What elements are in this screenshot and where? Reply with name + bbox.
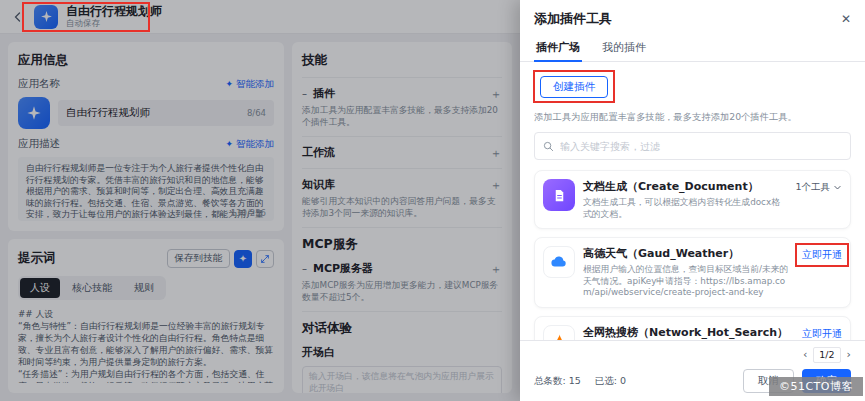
- tab-my-plugins[interactable]: 我的插件: [600, 34, 648, 61]
- plugin-desc: 文档生成工具，可以根据文档内容转化生成docx格式的文档。: [583, 197, 787, 220]
- tool-count-label: 1个工具: [795, 181, 830, 194]
- plugin-desc: 根据用户输入的位置信息，查询目标区域当前/未来的天气情况。apiKey申请指导：…: [583, 264, 794, 299]
- weather-plugin-icon: [543, 246, 575, 278]
- activate-label: 立即开通: [802, 327, 842, 341]
- selection-counts: 总条数: 15 已选: 0: [534, 375, 626, 388]
- drawer-tab-bar: 插件广场 我的插件: [520, 34, 865, 62]
- hot-search-plugin-icon: [543, 325, 575, 341]
- plugin-name: 文档生成（Create_Document）: [583, 179, 787, 194]
- plugin-info: 全网热搜榜（Network_Hot_Search） 查询全网热搜榜单。apiKe…: [583, 325, 794, 341]
- plugin-list: 文档生成（Create_Document） 文档生成工具，可以根据文档内容转化生…: [520, 168, 865, 340]
- screen: 自由行行程规划师 自动保存 应用信息 应用名称 ✦ 智能添加: [0, 0, 865, 401]
- plugin-item-network-hot-search[interactable]: 全网热搜榜（Network_Hot_Search） 查询全网热搜榜单。apiKe…: [534, 316, 851, 341]
- drawer-header: 添加插件工具 ✕: [520, 0, 865, 34]
- tab-plugin-market[interactable]: 插件广场: [534, 34, 582, 61]
- add-plugin-drawer: 添加插件工具 ✕ 插件广场 我的插件 创建插件 添加工具为应用配置丰富多技能，最…: [520, 0, 865, 401]
- tool-count-toggle[interactable]: 1个工具: [795, 179, 842, 194]
- close-icon[interactable]: ✕: [841, 12, 851, 26]
- plugin-info: 高德天气（Gaud_Weather） 根据用户输入的位置信息，查询目标区域当前/…: [583, 246, 794, 299]
- total-count-label: 总条数: 15: [534, 375, 581, 388]
- modal-overlay[interactable]: [0, 0, 520, 401]
- activate-now-link[interactable]: 立即开通: [802, 246, 842, 262]
- next-page-icon[interactable]: ›: [847, 348, 851, 362]
- chevron-down-icon: [833, 183, 842, 192]
- plugin-search-box: [534, 132, 851, 160]
- create-plugin-button[interactable]: 创建插件: [540, 76, 608, 98]
- drawer-description: 添加工具为应用配置丰富多技能，最多支持添加20个插件工具。: [534, 111, 851, 124]
- document-plugin-icon: [543, 179, 575, 211]
- watermark: ©51CTO博客: [769, 377, 863, 396]
- create-plugin-row: 创建插件: [540, 75, 851, 98]
- plugin-item-create-document[interactable]: 文档生成（Create_Document） 文档生成工具，可以根据文档内容转化生…: [534, 170, 851, 229]
- plugin-info: 文档生成（Create_Document） 文档生成工具，可以根据文档内容转化生…: [583, 179, 787, 220]
- plugin-item-gaud-weather[interactable]: 高德天气（Gaud_Weather） 根据用户输入的位置信息，查询目标区域当前/…: [534, 237, 851, 308]
- plugin-name: 全网热搜榜（Network_Hot_Search）: [583, 325, 794, 340]
- page-indicator: 1/2: [813, 347, 840, 363]
- activate-now-link[interactable]: 立即开通: [802, 325, 842, 341]
- annotation-box-create-plugin: 创建插件: [540, 75, 608, 98]
- app-builder-page: 自由行行程规划师 自动保存 应用信息 应用名称 ✦ 智能添加: [0, 0, 520, 401]
- search-input[interactable]: [560, 141, 842, 152]
- prev-page-icon[interactable]: ‹: [803, 348, 807, 362]
- plugin-name: 高德天气（Gaud_Weather）: [583, 246, 794, 261]
- annotation-box-activate: 立即开通: [802, 248, 842, 262]
- selected-count-label: 已选: 0: [595, 375, 626, 388]
- activate-label: 立即开通: [802, 249, 842, 260]
- pagination: ‹ 1/2 ›: [534, 347, 851, 363]
- search-icon: [543, 141, 554, 152]
- drawer-title: 添加插件工具: [534, 10, 612, 28]
